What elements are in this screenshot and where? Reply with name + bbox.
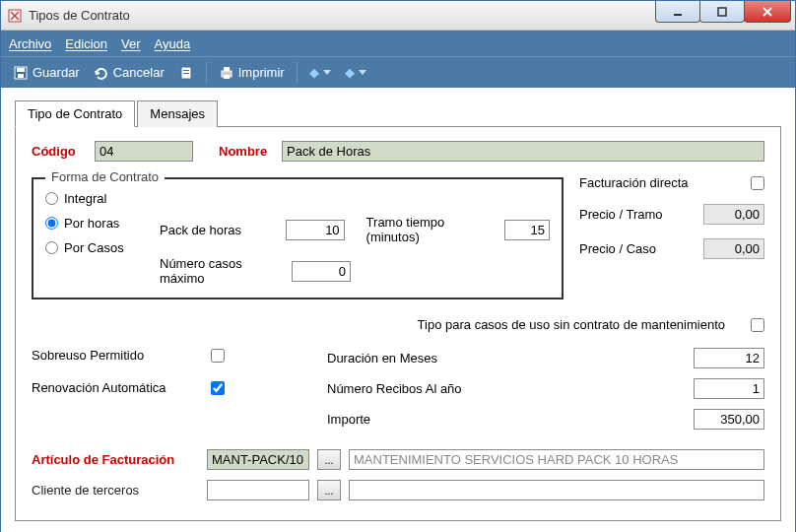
content-area: Tipo de Contrato Mensajes Código Nombre … — [1, 88, 795, 532]
save-label: Guardar — [33, 65, 80, 80]
radio-por-horas[interactable]: Por horas — [45, 216, 144, 231]
app-icon — [7, 8, 23, 24]
toolbar-separator-2 — [297, 62, 298, 84]
codigo-label: Código — [32, 144, 87, 159]
cancel-button[interactable]: Cancelar — [90, 63, 168, 83]
print-label: Imprimir — [238, 65, 285, 80]
menu-archivo[interactable]: Archivo — [9, 36, 51, 51]
num-casos-field[interactable] — [292, 261, 351, 282]
tipo-sin-contrato-checkbox[interactable] — [751, 318, 764, 332]
tramo-label: Tramo tiempo (minutos) — [366, 215, 495, 244]
fact-directa-checkbox[interactable] — [751, 176, 764, 190]
tramo-field[interactable] — [504, 220, 550, 240]
cliente-desc-field — [349, 480, 764, 500]
print-icon — [219, 65, 234, 81]
forma-contrato-group: Forma de Contrato Integral Por horas Por… — [32, 177, 564, 299]
window-buttons — [656, 1, 791, 23]
cancel-icon — [94, 65, 109, 81]
pricing-side: Facturación directa Precio / Tramo 0,00 … — [579, 171, 764, 259]
precio-tramo-value: 0,00 — [703, 204, 764, 225]
print-button[interactable]: Imprimir — [215, 63, 289, 83]
nombre-label: Nombre — [219, 144, 274, 159]
num-casos-label: Número casos máximo — [160, 256, 282, 286]
renovacion-checkbox[interactable] — [211, 381, 225, 395]
nav-dropdown-1[interactable]: ◆ — [305, 63, 335, 82]
precio-tramo-label: Precio / Tramo — [579, 207, 663, 222]
window: Tipos de Contrato Archivo Edicion Ver Ay… — [0, 0, 796, 532]
articulo-desc-field — [349, 449, 764, 470]
tab-tipo-contrato[interactable]: Tipo de Contrato — [15, 100, 135, 127]
cliente-lookup-button[interactable]: ... — [317, 480, 341, 500]
articulo-label: Artículo de Facturación — [32, 452, 199, 467]
toolbar-separator — [206, 62, 207, 84]
sobreuso-label: Sobreuso Permitido — [32, 348, 199, 363]
recibos-label: Número Recibos Al año — [327, 381, 462, 396]
save-button[interactable]: Guardar — [9, 63, 84, 83]
svg-rect-10 — [224, 67, 230, 71]
titlebar: Tipos de Contrato — [1, 1, 795, 31]
fact-directa-label: Facturación directa — [579, 175, 689, 190]
recibos-field[interactable] — [694, 378, 764, 399]
menubar: Archivo Edicion Ver Ayuda — [1, 31, 795, 56]
tipo-sin-contrato-label: Tipo para casos de uso sin contrato de m… — [418, 317, 725, 332]
nav-dropdown-2[interactable]: ◆ — [341, 63, 370, 82]
svg-rect-8 — [183, 73, 189, 74]
importe-field[interactable] — [694, 409, 764, 430]
renovacion-label: Renovación Automática — [32, 380, 199, 395]
menu-ver[interactable]: Ver — [121, 36, 141, 51]
toolbar-extra-button[interactable] — [174, 63, 198, 83]
tab-page: Código Nombre Forma de Contrato Integral… — [15, 127, 781, 521]
duracion-field[interactable] — [694, 348, 764, 368]
cancel-label: Cancelar — [113, 65, 165, 80]
radio-integral[interactable]: Integral — [45, 191, 144, 206]
precio-caso-value: 0,00 — [703, 238, 764, 259]
precio-caso-label: Precio / Caso — [579, 241, 656, 256]
articulo-code-field[interactable] — [207, 449, 309, 470]
duracion-label: Duración en Meses — [327, 351, 437, 366]
minimize-button[interactable] — [655, 1, 700, 23]
svg-rect-2 — [718, 8, 726, 16]
pack-horas-field[interactable] — [286, 220, 345, 240]
menu-edicion[interactable]: Edicion — [65, 36, 107, 51]
tab-mensajes[interactable]: Mensajes — [137, 100, 218, 127]
svg-rect-4 — [17, 68, 25, 72]
codigo-field[interactable] — [95, 141, 193, 162]
chevron-down-icon — [323, 70, 331, 75]
nombre-field[interactable] — [282, 141, 764, 162]
pack-horas-label: Pack de horas — [160, 223, 276, 237]
cliente-code-field[interactable] — [207, 480, 309, 500]
svg-rect-7 — [183, 70, 189, 71]
document-icon — [178, 65, 194, 81]
close-button[interactable] — [744, 1, 791, 23]
importe-label: Importe — [327, 412, 370, 427]
sobreuso-checkbox[interactable] — [211, 349, 225, 363]
menu-ayuda[interactable]: Ayuda — [155, 36, 191, 51]
svg-rect-5 — [18, 74, 24, 78]
tabs: Tipo de Contrato Mensajes — [15, 100, 781, 127]
toolbar: Guardar Cancelar Imprimir ◆ ◆ — [1, 56, 795, 88]
svg-rect-1 — [674, 14, 682, 16]
window-title: Tipos de Contrato — [29, 8, 130, 23]
save-icon — [13, 65, 29, 81]
forma-legend: Forma de Contrato — [45, 169, 165, 184]
articulo-lookup-button[interactable]: ... — [317, 449, 341, 470]
chevron-down-icon — [359, 70, 366, 75]
svg-rect-11 — [224, 75, 230, 79]
cliente-label: Cliente de terceros — [32, 483, 199, 498]
maximize-button[interactable] — [699, 1, 745, 23]
radio-por-casos[interactable]: Por Casos — [45, 240, 144, 255]
